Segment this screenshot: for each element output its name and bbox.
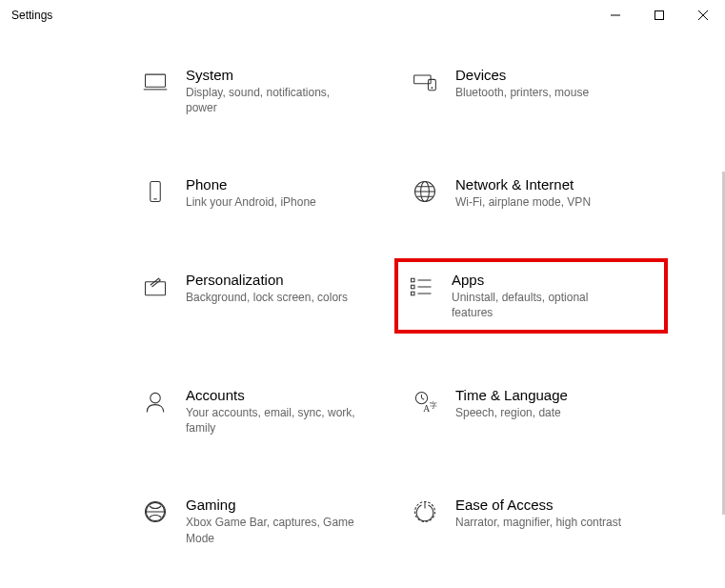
close-button[interactable] bbox=[681, 0, 725, 30]
svg-text:字: 字 bbox=[430, 401, 437, 410]
category-desc: Narrator, magnifier, high contrast bbox=[455, 515, 621, 530]
category-desc: Xbox Game Bar, captures, Game Mode bbox=[186, 515, 357, 545]
category-devices[interactable]: Devices Bluetooth, printers, mouse bbox=[398, 59, 668, 123]
category-title: Gaming bbox=[186, 497, 357, 513]
svg-rect-21 bbox=[412, 292, 415, 295]
category-desc: Display, sound, notifications, power bbox=[186, 85, 357, 115]
category-desc: Bluetooth, printers, mouse bbox=[455, 85, 589, 100]
svg-rect-17 bbox=[412, 278, 415, 282]
category-title: Phone bbox=[186, 176, 316, 193]
category-title: Network & Internet bbox=[455, 176, 591, 193]
category-desc: Speech, region, date bbox=[455, 405, 568, 420]
titlebar: Settings bbox=[0, 0, 725, 30]
category-grid: System Display, sound, notifications, po… bbox=[0, 59, 725, 588]
svg-text:A: A bbox=[423, 403, 430, 414]
category-desc: Background, lock screen, colors bbox=[186, 290, 348, 305]
time-language-icon: A字 bbox=[410, 387, 440, 417]
category-network[interactable]: Network & Internet Wi-Fi, airplane mode,… bbox=[398, 169, 668, 217]
category-desc: Uninstall, defaults, optional features bbox=[452, 290, 623, 320]
phone-icon bbox=[140, 176, 171, 207]
svg-rect-19 bbox=[412, 285, 415, 289]
category-title: Personalization bbox=[186, 272, 348, 288]
category-time[interactable]: A字 Time & Language Speech, region, date bbox=[398, 379, 668, 443]
category-title: Time & Language bbox=[455, 387, 568, 403]
category-title: Ease of Access bbox=[455, 497, 621, 513]
category-phone[interactable]: Phone Link your Android, iPhone bbox=[129, 169, 398, 217]
system-icon bbox=[140, 67, 171, 97]
personalization-icon bbox=[140, 272, 171, 302]
svg-line-26 bbox=[422, 398, 425, 400]
category-desc: Wi-Fi, airplane mode, VPN bbox=[455, 194, 591, 210]
devices-icon bbox=[410, 67, 440, 97]
category-desc: Your accounts, email, sync, work, family bbox=[186, 405, 357, 436]
gaming-icon bbox=[140, 497, 171, 527]
window-controls bbox=[594, 0, 725, 30]
category-personalization[interactable]: Personalization Background, lock screen,… bbox=[129, 264, 398, 334]
svg-rect-1 bbox=[655, 11, 664, 20]
accounts-icon bbox=[140, 387, 171, 417]
category-accounts[interactable]: Accounts Your accounts, email, sync, wor… bbox=[129, 379, 398, 443]
category-ease[interactable]: Ease of Access Narrator, magnifier, high… bbox=[398, 489, 668, 553]
category-apps[interactable]: Apps Uninstall, defaults, optional featu… bbox=[394, 258, 668, 334]
svg-point-8 bbox=[432, 88, 433, 89]
svg-rect-4 bbox=[146, 74, 166, 87]
globe-icon bbox=[410, 176, 440, 207]
apps-icon bbox=[406, 272, 436, 302]
category-title: Devices bbox=[455, 67, 589, 83]
ease-of-access-icon bbox=[410, 497, 440, 527]
settings-content: System Display, sound, notifications, po… bbox=[0, 30, 725, 588]
category-desc: Link your Android, iPhone bbox=[186, 194, 316, 210]
category-system[interactable]: System Display, sound, notifications, po… bbox=[129, 59, 398, 123]
category-title: Apps bbox=[452, 272, 623, 288]
svg-point-23 bbox=[151, 393, 161, 403]
maximize-button[interactable] bbox=[637, 0, 681, 30]
category-title: Accounts bbox=[186, 387, 357, 403]
category-title: System bbox=[186, 67, 357, 83]
minimize-button[interactable] bbox=[594, 0, 637, 30]
window-title: Settings bbox=[11, 9, 52, 22]
category-gaming[interactable]: Gaming Xbox Game Bar, captures, Game Mod… bbox=[129, 489, 398, 553]
